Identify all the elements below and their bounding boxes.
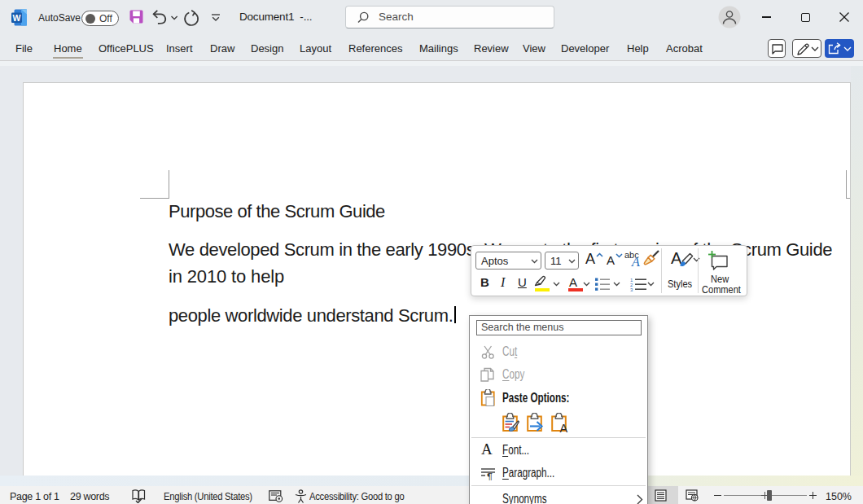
svg-text:¶: ¶ [487,471,493,481]
svg-text:W: W [13,13,21,23]
svg-text:3: 3 [630,287,633,291]
svg-text:A: A [560,422,568,433]
